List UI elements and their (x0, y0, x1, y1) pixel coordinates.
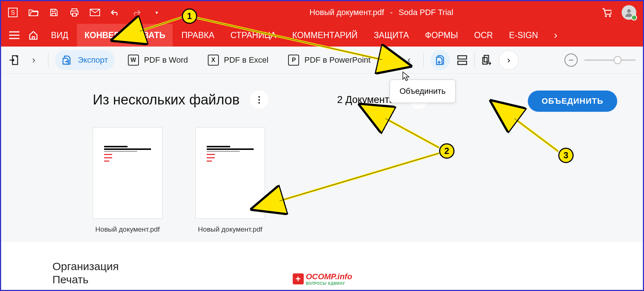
svg-line-11 (140, 16, 184, 31)
annotation-arrows (1, 1, 644, 291)
cursor-icon (402, 71, 410, 81)
badge-2: 2 (439, 143, 455, 159)
svg-line-13 (195, 18, 382, 60)
badge-1: 1 (182, 8, 197, 24)
svg-line-19 (514, 118, 558, 151)
svg-line-17 (280, 153, 439, 201)
badge-3: 3 (558, 148, 574, 163)
svg-line-15 (385, 118, 439, 148)
